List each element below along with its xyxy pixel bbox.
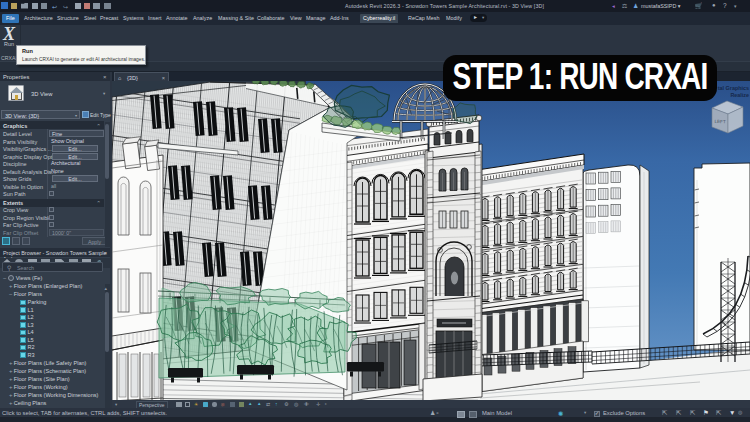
svg-text:Realize: Realize (730, 92, 749, 98)
svg-text:LEFT: LEFT (714, 119, 726, 124)
svg-text:tal Graphics: tal Graphics (718, 85, 749, 91)
